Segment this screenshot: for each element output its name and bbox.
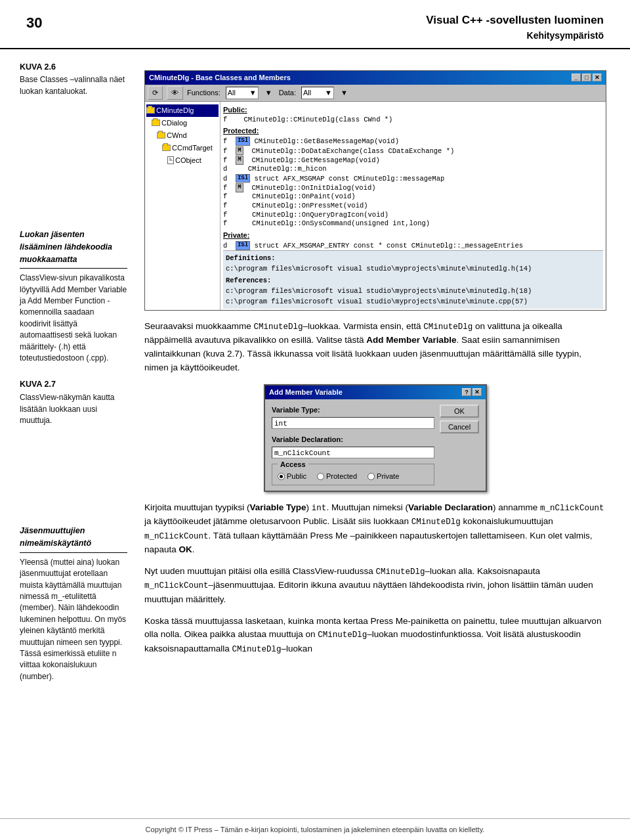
dialog1-left: Variable Type: int Variable Declaration:… <box>272 405 434 485</box>
sidebar-kuva1: KUVA 2.6 Base Classes –valinnalla näet l… <box>20 61 127 98</box>
win1-filter2-dropdown[interactable]: All▼ <box>301 87 334 99</box>
tree-label-0: CMinuteDlg <box>156 105 194 116</box>
tree-item-1[interactable]: CDialog <box>146 117 219 129</box>
code-mnclickcount2: m_nClickCount <box>144 532 209 541</box>
public-item-text: f CMinuteDlg::CMinuteDlg(class CWnd *) <box>223 116 392 125</box>
kuva2-desc: ClassView-näkymän kautta lisätään luokka… <box>20 392 127 426</box>
code-int: int <box>312 504 327 513</box>
tree-label-3: CCmdTarget <box>172 143 213 154</box>
code-cminutedlg6: CMinuteDlg <box>232 645 282 654</box>
dialog1-radio-row: Public Protected Private <box>278 471 429 482</box>
kuva2-label: KUVA 2.7 <box>20 378 127 391</box>
right-content: CMinuteDlg - Base Classes and Members _ … <box>138 49 630 709</box>
tree-item-2[interactable]: CWnd <box>146 129 219 142</box>
dialog1-close-btn[interactable]: ✕ <box>472 388 482 396</box>
code-cminutedlg3: CMinuteDlg <box>411 518 461 527</box>
section2-title: Jäsenmuuttujien nimeämiskäytäntö <box>20 525 127 550</box>
dialog1-vartype-input[interactable]: int <box>272 417 434 429</box>
content-para2: Kirjoita muuttujan tyypiksi (Variable Ty… <box>144 501 606 557</box>
page-number: 30 <box>26 12 42 33</box>
dialog1-screenshot: Add Member Variable ? ✕ Variable Type: i… <box>264 384 487 492</box>
tree-item-4[interactable]: CObject <box>146 154 219 167</box>
win1-body: CMinuteDlg CDialog CWnd <box>145 102 606 310</box>
win1-title: CMinuteDlg - Base Classes and Members <box>149 72 291 83</box>
section2-text: Yleensä (muttei aina) luokan jäsenmuuttu… <box>20 557 127 682</box>
radio-protected[interactable]: Protected <box>317 471 357 482</box>
win1-close-btn[interactable]: ✕ <box>593 74 602 81</box>
prot-item-8: f CMinuteDlg::OnPressMet(void) <box>223 202 603 211</box>
code-cminutedlg5: CMinuteDlg <box>318 630 367 640</box>
win1-toolbar: ⟳ 👁 Functions: All▼ ▼ Data: All▼ ▼ <box>145 85 606 102</box>
dialog1-row: Variable Type: int Variable Declaration:… <box>272 405 479 485</box>
folder-icon-0 <box>146 107 155 114</box>
win1-definitions: Definitions: c:\program files\microsoft … <box>223 250 603 308</box>
folder-icon-3 <box>162 144 171 151</box>
private-title: Private: <box>223 230 603 241</box>
radio-private-circle <box>368 473 375 480</box>
bold-ok: OK <box>179 544 192 554</box>
content-para4: Koska tässä muuttujassa lasketaan, kuink… <box>144 615 606 657</box>
folder-icon-1 <box>152 120 160 126</box>
dialog1-access-section: Access Public Protected <box>272 464 434 485</box>
prot-item-6: f M CMinuteDlg::OnInitDialog(void) <box>223 183 603 192</box>
dialog1-title: Add Member Variable <box>269 387 343 398</box>
code-cminutedlg2: CMinuteDlg <box>423 322 472 332</box>
main-content: KUVA 2.6 Base Classes –valinnalla näet l… <box>0 49 630 709</box>
win1-minimize-btn[interactable]: _ <box>572 74 581 81</box>
section1-text: ClassView-sivun pikavalikosta löytyvillä… <box>20 273 127 364</box>
section1-title: Luokan jäsenten lisääminen lähdekoodia m… <box>20 229 127 265</box>
radio-protected-circle <box>317 473 324 480</box>
tree-item-0[interactable]: CMinuteDlg <box>146 104 219 117</box>
sidebar: KUVA 2.6 Base Classes –valinnalla näet l… <box>0 49 138 709</box>
radio-private-label: Private <box>377 471 399 482</box>
win1-filter1-dropdown[interactable]: All▼ <box>226 87 259 99</box>
protected-title: Protected: <box>223 125 603 137</box>
header-title: Visual C++ -sovellusten luominen <box>426 12 604 29</box>
win1-refresh-btn[interactable]: ⟳ <box>148 86 163 100</box>
dialog1-ok-btn[interactable]: OK <box>440 405 479 418</box>
dialog1-cancel-btn[interactable]: Cancel <box>440 420 479 433</box>
prot-item-4: d CMinuteDlg::m_hicon <box>223 165 603 174</box>
win1-titlebar: CMinuteDlg - Base Classes and Members _ … <box>145 71 606 85</box>
win1-members: Public: f CMinuteDlg::CMinuteDlg(class C… <box>220 102 606 310</box>
code-cminutedlg1: CMinuteDlg <box>254 322 303 332</box>
prot-item-10: f CMinuteDlg::OnSysCommand(unsigned int,… <box>223 219 603 229</box>
win1-tree: CMinuteDlg CDialog CWnd <box>145 102 220 310</box>
window1-screenshot: CMinuteDlg - Base Classes and Members _ … <box>144 70 606 311</box>
priv-item-1: d ISl struct AFX_MSGMAP_ENTRY const * co… <box>223 241 603 250</box>
public-item: f CMinuteDlg::CMinuteDlg(class CWnd *) <box>223 116 603 125</box>
dialog1-vardecl-input[interactable]: m_nClickCount <box>272 447 434 458</box>
win1-functions-label: Functions: <box>187 87 220 99</box>
radio-public-circle <box>278 473 285 480</box>
tree-label-4: CObject <box>175 155 201 166</box>
dialog1-question-btn[interactable]: ? <box>462 388 471 396</box>
tree-item-3[interactable]: CCmdTarget <box>146 142 219 154</box>
win1-maximize-btn[interactable]: □ <box>582 74 591 81</box>
radio-private[interactable]: Private <box>368 471 399 482</box>
dialog1-titlebar-btns: ? ✕ <box>462 388 482 396</box>
code-mnclickcount3: m_nClickCount <box>144 581 209 590</box>
bold-vartype: Variable Type <box>250 502 306 512</box>
tree-label-1: CDialog <box>161 118 187 129</box>
tree-label-2: CWnd <box>167 130 187 141</box>
kuva1-desc: Base Classes –valinnalla näet luokan kan… <box>20 74 127 97</box>
ref-path1: c:\program files\microsoft visual studio… <box>226 286 600 296</box>
section1-divider <box>20 268 127 269</box>
prot-item-5: d ISl struct AFX_MSGMAP const CMinuteDlg… <box>223 174 603 183</box>
radio-public[interactable]: Public <box>278 471 306 482</box>
prot-item-1: f ISl CMinuteDlg::GetBaseMessageMap(void… <box>223 137 603 146</box>
prot-item-3: f M CMinuteDlg::GetMessageMap(void) <box>223 156 603 165</box>
win1-data-label: Data: <box>279 87 296 99</box>
code-mnclickcount1: m_nClickCount <box>540 504 604 513</box>
code-cminutedlg4: CMinuteDlg <box>375 567 425 577</box>
footer: Copyright © IT Press – Tämän e-kirjan ko… <box>0 818 630 841</box>
dialog1-titlebar: Add Member Variable ? ✕ <box>265 386 486 399</box>
dialog1-right: OK Cancel <box>440 405 479 433</box>
doc-icon-4 <box>167 156 174 164</box>
dialog1-vardecl-label: Variable Declaration: <box>272 434 434 445</box>
dialog1-body: Variable Type: int Variable Declaration:… <box>265 399 486 491</box>
footer-text: Copyright © IT Press – Tämän e-kirjan ko… <box>146 826 485 833</box>
section2-divider <box>20 552 127 553</box>
win1-eye-btn[interactable]: 👁 <box>167 86 183 100</box>
prot-item-9: f CMinuteDlg::OnQueryDragIcon(void) <box>223 211 603 220</box>
